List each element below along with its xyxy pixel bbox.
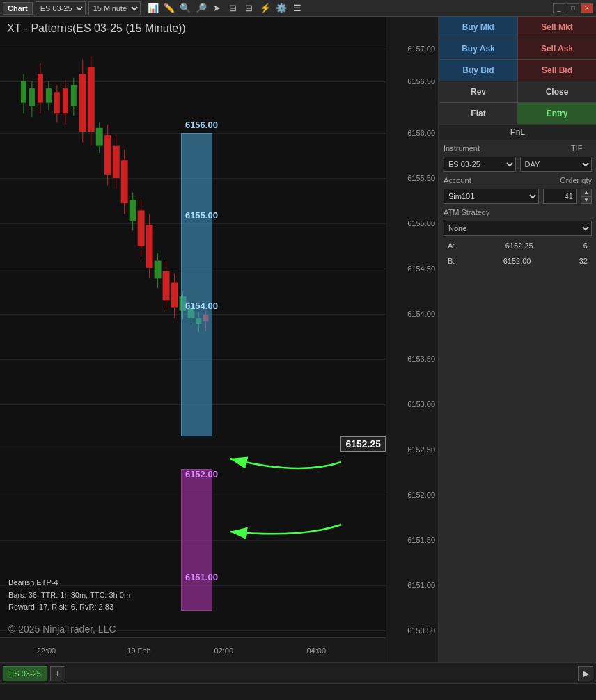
atm-label-row: ATM Strategy <box>444 208 592 216</box>
price-6154: 6154.00 <box>407 310 435 318</box>
zone-price-6152: 6152.00 <box>185 469 218 479</box>
buy-mkt-button[interactable]: Buy Mkt <box>439 17 517 38</box>
close-button[interactable]: Close <box>518 81 596 102</box>
price-6153: 6153.00 <box>407 400 435 408</box>
window-controls: _ □ ✕ <box>553 3 593 13</box>
price-6152-50: 6152.50 <box>407 445 435 454</box>
account-label: Account <box>444 176 499 184</box>
maximize-button[interactable]: □ <box>567 3 579 13</box>
sell-bid-button[interactable]: Sell Bid <box>518 60 596 81</box>
status-bar <box>0 683 596 700</box>
chart-title: XT - Patterns(ES 03-25 (15 Minute)) <box>7 22 186 35</box>
svg-rect-54 <box>171 283 178 308</box>
price-6156-50: 6156.50 <box>407 77 435 86</box>
svg-rect-45 <box>146 225 153 268</box>
price-6152: 6152.00 <box>407 491 435 499</box>
qty-down-button[interactable]: ▼ <box>581 196 592 204</box>
svg-rect-33 <box>113 146 120 178</box>
dom-icon[interactable]: ⊟ <box>242 1 256 15</box>
zone-price-6156: 6156.00 <box>185 120 218 130</box>
account-dropdown[interactable]: Sim101 <box>444 189 539 204</box>
account-qty-row: Sim101 ▲ ▼ <box>444 189 592 204</box>
tab-scroll-right-button[interactable]: ▶ <box>578 666 593 681</box>
svg-rect-0 <box>21 81 26 103</box>
buy-ask-button[interactable]: Buy Ask <box>439 38 517 59</box>
main-content: XT - Patterns(ES 03-25 (15 Minute)) F 61… <box>0 17 596 662</box>
pnl-label: PnL <box>510 127 525 137</box>
close-button[interactable]: ✕ <box>581 3 593 13</box>
bar-chart-icon[interactable]: 📊 <box>146 1 160 15</box>
price-6150-50: 6150.50 <box>407 626 435 635</box>
candles-area: 6156.00 6155.00 6154.00 6152.00 6151.00 … <box>0 17 386 662</box>
pattern-line2: Bars: 36, TTR: 1h 30m, TTC: 3h 0m <box>8 589 130 602</box>
ask-size: 6 <box>583 241 588 250</box>
draw-icon[interactable]: ✏️ <box>162 1 176 15</box>
order-buttons: Buy Mkt Sell Mkt Buy Ask Sell Ask Buy Bi… <box>439 17 596 124</box>
pattern-line1: Bearish ETP-4 <box>8 577 130 589</box>
svg-rect-27 <box>96 128 103 146</box>
tif-label: TIF <box>571 144 592 152</box>
blue-pattern-zone <box>181 133 212 436</box>
bid-size: 32 <box>579 257 588 265</box>
ask-row: A: 6152.25 6 <box>444 240 592 251</box>
rev-button[interactable]: Rev <box>439 81 517 102</box>
purple-pattern-zone <box>181 469 212 611</box>
bottom-tab-bar: ES 03-25 + ▶ <box>0 662 596 683</box>
instrument-select[interactable]: ES 03-25 <box>36 1 86 15</box>
add-tab-button[interactable]: + <box>50 666 65 681</box>
es-tab[interactable]: ES 03-25 <box>3 666 47 681</box>
zone-price-6155: 6155.00 <box>185 210 218 221</box>
zoom-in-icon[interactable]: 🔍 <box>178 1 192 15</box>
price-6156: 6156.00 <box>407 129 435 137</box>
top-bar: Chart ES 03-25 15 Minute 📊 ✏️ 🔍 🔎 ➤ ⊞ ⊟ … <box>0 0 596 17</box>
atm-dropdown[interactable]: None <box>444 221 592 236</box>
price-axis: 6157.00 6156.50 6156.00 6155.50 6155.00 … <box>386 17 438 662</box>
current-price-box: 6152.25 <box>340 436 386 452</box>
time-0200: 02:00 <box>214 646 234 655</box>
sell-mkt-button[interactable]: Sell Mkt <box>518 17 596 38</box>
properties-icon[interactable]: ⚙️ <box>274 1 288 15</box>
order-qty-input[interactable] <box>543 189 577 204</box>
time-0400: 04:00 <box>307 646 327 655</box>
price-6157: 6157.00 <box>407 45 435 53</box>
svg-rect-48 <box>155 261 162 279</box>
instrument-tif-row: Instrument TIF <box>444 144 592 152</box>
tif-dropdown[interactable]: DAY <box>520 157 593 172</box>
flat-button[interactable]: Flat <box>439 103 517 124</box>
svg-rect-6 <box>38 74 43 102</box>
zone-price-6151: 6151.00 <box>185 572 218 582</box>
svg-rect-15 <box>63 88 68 113</box>
svg-rect-39 <box>130 200 136 221</box>
time-2200: 22:00 <box>37 646 56 655</box>
chart-area[interactable]: XT - Patterns(ES 03-25 (15 Minute)) F 61… <box>0 17 439 662</box>
chart-trader-icon[interactable]: ⚡ <box>258 1 272 15</box>
sell-ask-button[interactable]: Sell Ask <box>518 38 596 59</box>
time-axis: 22:00 19 Feb 02:00 04:00 <box>0 637 386 662</box>
svg-rect-24 <box>88 67 95 132</box>
timeframe-select[interactable]: 15 Minute <box>88 1 141 15</box>
zoom-out-icon[interactable]: 🔎 <box>194 1 208 15</box>
bid-price: 6152.00 <box>503 257 531 265</box>
entry-button[interactable]: Entry <box>518 103 596 124</box>
svg-rect-12 <box>54 92 60 113</box>
svg-rect-21 <box>79 74 86 131</box>
toolbar-icons: 📊 ✏️ 🔍 🔎 ➤ ⊞ ⊟ ⚡ ⚙️ ☰ <box>146 1 304 15</box>
price-6155-50: 6155.50 <box>407 174 435 182</box>
qty-up-button[interactable]: ▲ <box>581 189 592 196</box>
menu-icon[interactable]: ☰ <box>290 1 304 15</box>
pattern-line3: Reward: 17, Risk: 6, RvR: 2.83 <box>8 601 130 614</box>
chart-tab-label[interactable]: Chart <box>3 2 33 15</box>
cursor-icon[interactable]: ➤ <box>210 1 224 15</box>
price-6151-50: 6151.50 <box>407 536 435 544</box>
bid-row: B: 6152.00 32 <box>444 255 592 267</box>
minimize-button[interactable]: _ <box>553 3 565 13</box>
buy-bid-button[interactable]: Buy Bid <box>439 60 517 81</box>
ask-label: A: <box>448 241 455 250</box>
market-analyzer-icon[interactable]: ⊞ <box>226 1 240 15</box>
atm-label: ATM Strategy <box>444 208 499 216</box>
svg-rect-36 <box>121 160 128 203</box>
svg-rect-30 <box>104 135 111 175</box>
candle-group <box>21 56 209 333</box>
instrument-dropdown[interactable]: ES 03-25 <box>444 157 516 172</box>
svg-rect-18 <box>71 85 77 106</box>
